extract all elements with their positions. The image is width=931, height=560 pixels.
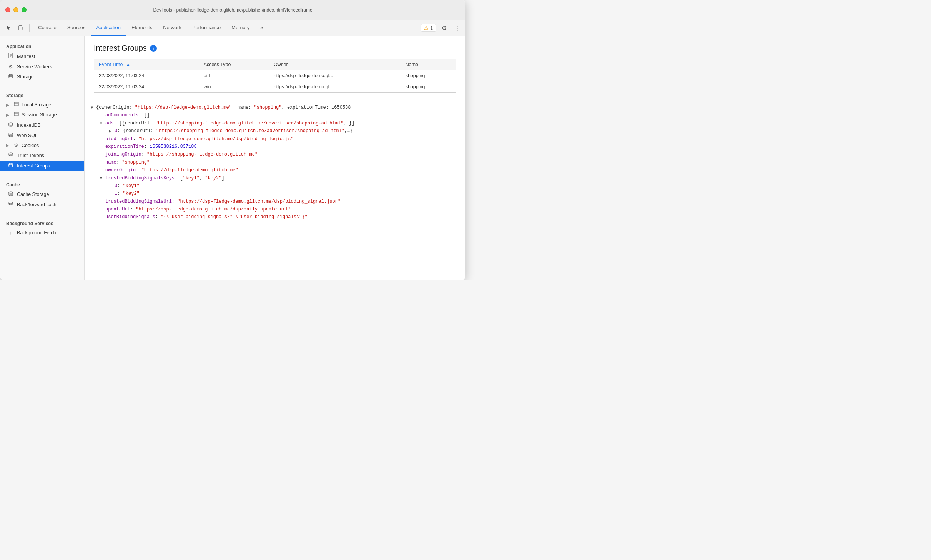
maximize-button[interactable] [22, 7, 27, 12]
svg-point-12 [9, 133, 13, 134]
sidebar-label-interest-groups: Interest Groups [17, 163, 50, 169]
cell-access-type-2: win [199, 81, 269, 93]
tab-console[interactable]: Console [33, 20, 62, 36]
indexeddb-icon [8, 122, 14, 128]
web-sql-icon [8, 132, 14, 139]
sidebar-item-indexeddb[interactable]: IndexedDB [0, 120, 84, 130]
sidebar-label-web-sql: Web SQL [17, 133, 38, 138]
sidebar-item-local-storage[interactable]: ▶ Local Storage [0, 100, 84, 110]
window-title: DevTools - publisher-fledge-demo.glitch.… [153, 7, 312, 13]
cell-owner-1: https://dsp-fledge-demo.gl... [269, 70, 401, 81]
close-button[interactable] [5, 7, 10, 12]
col-owner[interactable]: Owner [269, 59, 401, 70]
col-event-time[interactable]: Event Time ▲ [94, 59, 199, 70]
warning-count: 1 [430, 25, 433, 31]
manifest-icon [8, 53, 14, 60]
sort-arrow-icon: ▲ [126, 62, 130, 67]
svg-point-16 [9, 202, 13, 204]
tab-more[interactable]: » [255, 20, 268, 36]
sidebar-label-local-storage: Local Storage [22, 102, 51, 108]
svg-rect-10 [14, 114, 18, 116]
sidebar-item-web-sql[interactable]: Web SQL [0, 130, 84, 141]
cell-name-1: shopping [401, 70, 456, 81]
sidebar-item-manifest[interactable]: Manifest [0, 51, 84, 62]
sidebar-item-back-forward[interactable]: Back/forward cach [0, 199, 84, 210]
local-storage-chevron: ▶ [6, 103, 11, 107]
svg-rect-8 [14, 104, 18, 106]
background-fetch-icon: ↑ [8, 230, 14, 235]
sidebar-divider-1 [0, 85, 84, 85]
sidebar-section-storage: Storage [0, 88, 84, 100]
warning-badge[interactable]: ⚠ 1 [421, 24, 436, 32]
sidebar-item-cookies[interactable]: ▶ ⚙ Cookies [0, 141, 84, 150]
tab-elements[interactable]: Elements [126, 20, 158, 36]
expand-icon-trusted-keys[interactable] [100, 175, 105, 182]
sidebar-item-interest-groups[interactable]: Interest Groups [0, 161, 84, 171]
ig-header: Interest Groups i [94, 44, 456, 53]
svg-point-13 [9, 153, 13, 154]
detail-line-ads: ads: [{renderUrl: "https://shopping-fled… [91, 119, 459, 127]
main-layout: Application Manifest ⚙ Service Workers S… [0, 36, 466, 280]
sidebar-item-trust-tokens[interactable]: Trust Tokens [0, 150, 84, 161]
tab-memory[interactable]: Memory [226, 20, 255, 36]
cell-event-time-1: 22/03/2022, 11:03:24 [94, 70, 199, 81]
detail-line-name: name: "shopping" [91, 159, 459, 166]
detail-line-adcomponents: adComponents: [] [91, 111, 459, 119]
sidebar-label-storage: Storage [17, 74, 34, 80]
table-row[interactable]: 22/03/2022, 11:03:24 bid https://dsp-fle… [94, 70, 456, 81]
warning-icon: ⚠ [424, 25, 429, 31]
sidebar-item-background-fetch[interactable]: ↑ Background Fetch [0, 228, 84, 237]
sidebar-item-cache-storage[interactable]: Cache Storage [0, 189, 84, 199]
cookies-icon: ⚙ [13, 142, 19, 148]
table-row[interactable]: 22/03/2022, 11:03:24 win https://dsp-fle… [94, 81, 456, 93]
cell-name-2: shopping [401, 81, 456, 93]
expand-icon-0[interactable] [91, 104, 96, 111]
sidebar-label-session-storage: Session Storage [22, 112, 57, 118]
interest-groups-panel: Interest Groups i Event Time ▲ Access Ty… [85, 36, 466, 99]
tab-performance[interactable]: Performance [187, 20, 226, 36]
col-access-type[interactable]: Access Type [199, 59, 269, 70]
sidebar-item-service-workers[interactable]: ⚙ Service Workers [0, 62, 84, 71]
detail-line-0: {ownerOrigin: "https://dsp-fledge-demo.g… [91, 104, 459, 111]
device-icon[interactable] [15, 23, 26, 33]
cache-storage-icon [8, 191, 14, 197]
svg-rect-9 [14, 112, 18, 114]
info-icon[interactable]: i [150, 45, 157, 52]
trust-tokens-icon [8, 152, 14, 159]
expand-icon-ads-0[interactable] [109, 128, 115, 134]
sidebar-label-cache-storage: Cache Storage [17, 192, 49, 197]
service-workers-icon: ⚙ [8, 64, 14, 70]
detail-panel[interactable]: {ownerOrigin: "https://dsp-fledge-demo.g… [85, 99, 466, 280]
local-storage-icon [13, 102, 19, 108]
interest-groups-table: Event Time ▲ Access Type Owner Name 22/0… [94, 59, 456, 93]
sidebar-label-back-forward: Back/forward cach [17, 202, 57, 207]
titlebar: DevTools - publisher-fledge-demo.glitch.… [0, 0, 466, 20]
col-name[interactable]: Name [401, 59, 456, 70]
tab-sources[interactable]: Sources [62, 20, 91, 36]
tab-network[interactable]: Network [158, 20, 187, 36]
detail-line-trusted-keys: trustedBiddingSignalsKeys: ["key1", "key… [91, 174, 459, 182]
detail-line-trusted-url: trustedBiddingSignalsUrl: "https://dsp-f… [91, 198, 459, 205]
detail-line-owner-origin: ownerOrigin: "https://dsp-fledge-demo.gl… [91, 166, 459, 174]
expand-icon-ads[interactable] [100, 120, 105, 127]
interest-groups-icon [8, 162, 14, 169]
sidebar-label-background-fetch: Background Fetch [17, 230, 56, 235]
sidebar-item-storage-app[interactable]: Storage [0, 71, 84, 82]
content-area: Interest Groups i Event Time ▲ Access Ty… [85, 36, 466, 280]
sidebar: Application Manifest ⚙ Service Workers S… [0, 36, 85, 280]
tab-application[interactable]: Application [91, 20, 126, 36]
svg-rect-0 [19, 26, 22, 30]
cell-event-time-2: 22/03/2022, 11:03:24 [94, 81, 199, 93]
toolbar: Console Sources Application Elements Net… [0, 20, 466, 36]
cell-access-type-1: bid [199, 70, 269, 81]
cursor-icon[interactable] [3, 23, 14, 33]
minimize-button[interactable] [13, 7, 18, 12]
svg-point-11 [9, 123, 13, 124]
more-options-button[interactable]: ⋮ [452, 23, 462, 33]
sidebar-label-manifest: Manifest [17, 54, 35, 59]
sidebar-item-session-storage[interactable]: ▶ Session Storage [0, 110, 84, 120]
settings-button[interactable]: ⚙ [439, 23, 449, 33]
svg-rect-7 [14, 102, 18, 104]
sidebar-label-indexeddb: IndexedDB [17, 123, 41, 128]
svg-rect-1 [22, 27, 23, 29]
